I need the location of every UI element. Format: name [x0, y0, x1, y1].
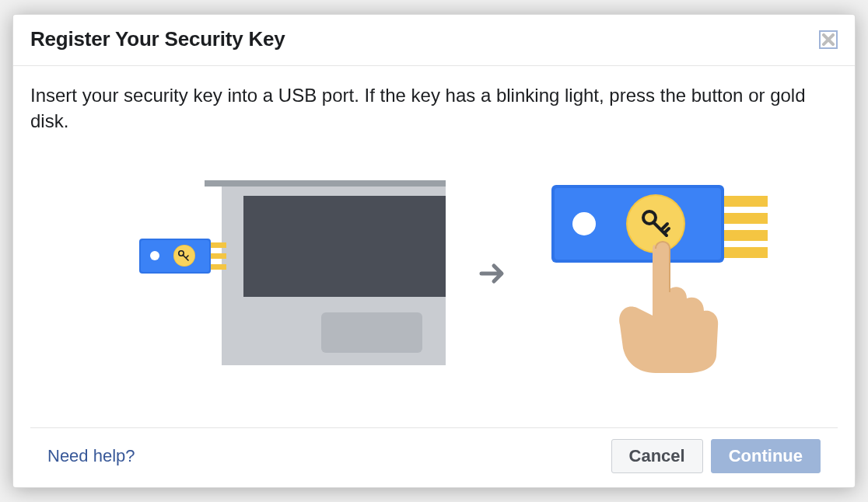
illustration-row: [30, 134, 838, 420]
close-icon: [822, 33, 835, 46]
svg-rect-17: [724, 230, 768, 241]
cancel-button[interactable]: Cancel: [611, 439, 703, 473]
svg-rect-16: [724, 213, 768, 224]
dialog-header: Register Your Security Key: [13, 15, 855, 66]
svg-rect-0: [205, 180, 446, 187]
security-key-dialog: Register Your Security Key Insert your s…: [12, 14, 856, 488]
dialog-body: Insert your security key into a USB port…: [13, 66, 855, 427]
help-link[interactable]: Need help?: [47, 446, 135, 466]
svg-rect-6: [211, 242, 226, 248]
svg-point-19: [572, 212, 596, 235]
close-button[interactable]: [819, 30, 838, 49]
instruction-text: Insert your security key into a USB port…: [30, 83, 838, 134]
svg-rect-2: [243, 196, 446, 297]
dialog-footer-wrap: Need help? Cancel Continue: [13, 427, 855, 487]
svg-rect-3: [321, 312, 422, 353]
svg-point-9: [150, 251, 159, 260]
dialog-footer: Need help? Cancel Continue: [30, 427, 838, 487]
press-key-illustration: [539, 173, 788, 375]
svg-rect-7: [211, 253, 226, 259]
continue-button[interactable]: Continue: [711, 439, 821, 473]
dialog-title: Register Your Security Key: [30, 27, 285, 51]
svg-rect-18: [724, 247, 768, 258]
svg-rect-15: [724, 196, 768, 207]
button-row: Cancel Continue: [611, 439, 821, 473]
laptop-key-illustration: [80, 165, 446, 382]
svg-rect-8: [211, 264, 226, 270]
arrow-right-icon: [477, 258, 508, 289]
